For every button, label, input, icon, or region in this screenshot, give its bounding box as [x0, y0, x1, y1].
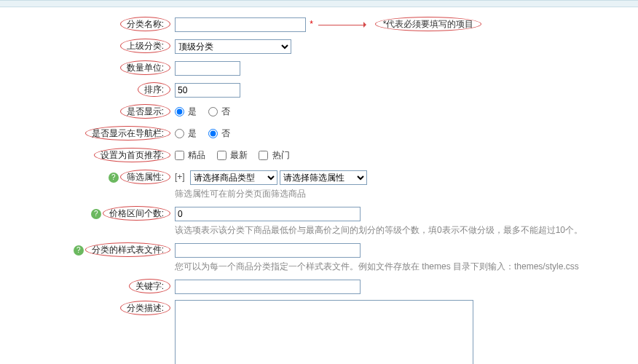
help-icon: ? [91, 209, 101, 219]
home-opt3[interactable]: 热门 [259, 150, 289, 160]
home-opt1[interactable]: 精品 [175, 150, 205, 160]
label-price: 价格区间个数: [103, 206, 170, 221]
label-name: 分类名称: [120, 17, 170, 31]
price-input[interactable] [175, 207, 361, 221]
nav-no[interactable]: 否 [208, 128, 230, 138]
label-nav: 是否显示在导航栏: [85, 126, 170, 141]
home-opt2[interactable]: 最新 [217, 150, 248, 160]
style-input[interactable] [175, 243, 361, 258]
help-icon: ? [74, 245, 84, 256]
row-unit: 数量单位: [0, 60, 638, 76]
row-keywords: 关键字: [0, 278, 638, 294]
row-nav: 是否显示在导航栏: 是 否 [0, 125, 638, 141]
label-sort: 排序: [138, 82, 170, 97]
arrow-icon [318, 21, 369, 28]
row-category-name: 分类名称: * *代表必须要填写的项目 [0, 16, 638, 32]
label-home: 设置为首页推荐: [94, 148, 170, 162]
add-filter-button[interactable]: [+] [175, 172, 185, 182]
label-filter: 筛选属性: [120, 170, 170, 184]
row-display: 是否显示: 是 否 [0, 103, 638, 119]
unit-input[interactable] [175, 61, 240, 76]
desc-textarea[interactable] [175, 300, 473, 364]
row-filter: ?筛选属性: [+] 请选择商品类型 请选择筛选属性 筛选属性可在前分类页面筛选… [0, 169, 638, 199]
style-hint: 您可以为每一个商品分类指定一个样式表文件。例如文件存放在 themes 目录下则… [175, 261, 579, 272]
row-parent: 上级分类: 顶级分类 [0, 38, 638, 54]
label-display: 是否显示: [120, 104, 170, 119]
label-style: 分类的样式表文件: [85, 242, 170, 257]
nav-yes[interactable]: 是 [175, 128, 197, 138]
row-price: ?价格区间个数: 该选项表示该分类下商品最低价与最高价之间的划分的等级个数，填0… [0, 205, 638, 236]
filter-hint: 筛选属性可在前分类页面筛选商品 [175, 188, 367, 199]
filter-attr-select[interactable]: 请选择筛选属性 [280, 170, 367, 185]
price-hint: 该选项表示该分类下商品最低价与最高价之间的划分的等级个数，填0表示不做分级，最多… [175, 224, 583, 236]
category-name-input[interactable] [175, 17, 306, 32]
parent-select[interactable]: 顶级分类 [175, 39, 291, 54]
label-keywords: 关键字: [129, 279, 170, 293]
row-home: 设置为首页推荐: 精品 最新 热门 [0, 147, 638, 163]
keywords-input[interactable] [175, 280, 361, 294]
label-parent: 上级分类: [120, 39, 170, 53]
row-sort: 排序: [0, 82, 638, 98]
row-style: ?分类的样式表文件: 您可以为每一个商品分类指定一个样式表文件。例如文件存放在 … [0, 242, 638, 272]
filter-type-select[interactable]: 请选择商品类型 [190, 170, 277, 185]
display-no[interactable]: 否 [208, 106, 230, 116]
help-icon: ? [109, 173, 119, 183]
label-desc: 分类描述: [120, 301, 170, 315]
row-desc: 分类描述: [0, 300, 638, 364]
required-star: * [310, 19, 313, 29]
required-legend: *代表必须要填写的项目 [375, 17, 482, 31]
display-yes[interactable]: 是 [175, 106, 197, 116]
sort-input[interactable] [175, 83, 240, 98]
label-unit: 数量单位: [120, 60, 170, 75]
